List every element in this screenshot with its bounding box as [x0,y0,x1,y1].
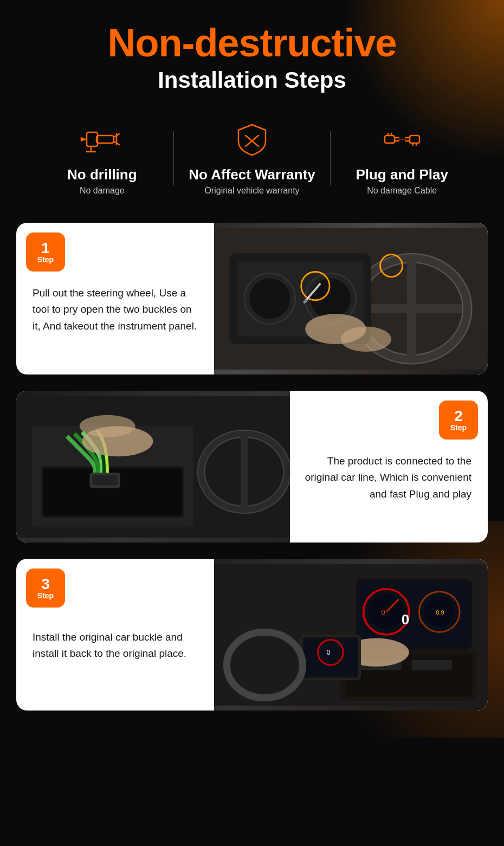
step-text-3: Install the original car buckle and inst… [33,629,201,662]
feature-no-drilling: No drilling No damage [27,120,177,196]
step-badge-1: 1 Step [26,233,65,272]
sub-title: Installation Steps [16,67,488,93]
svg-marker-8 [81,138,85,141]
feature-desc-drilling: No damage [33,186,172,196]
feature-plug: Plug and Play No damage Cable [327,120,477,196]
svg-text:0: 0 [327,649,331,657]
svg-text:0: 0 [402,612,410,628]
svg-rect-68 [305,639,357,676]
step-image-placeholder-2 [16,391,290,543]
plug-icon [380,120,424,158]
step-label-1: Step [37,256,54,263]
feature-desc-plug: No damage Cable [332,186,471,196]
step-image-3: 0 0.9 0 [214,559,488,711]
step-text-2: The product is connected to the original… [303,453,471,502]
step-number-2: 2 [454,409,463,424]
step-image-1 [214,223,488,374]
step-badge-2: 2 Step [439,401,478,440]
step-image-2 [16,391,290,543]
warranty-icon [230,120,274,158]
step-badge-3: 3 Step [26,569,65,608]
main-title: Non-destructive [16,22,488,64]
step-label-3: Step [37,592,54,599]
step-image-placeholder-1 [214,223,488,374]
step-card-1: 1 Step Pull out the steering wheel, Use … [16,223,488,374]
feature-title-drilling: No drilling [33,166,172,183]
step-number-3: 3 [41,577,50,592]
feature-title-warranty: No Affect Warranty [183,166,322,183]
feature-desc-warranty: Original vehicle warranty [183,186,322,196]
feature-title-plug: Plug and Play [332,166,471,183]
step-label-2: Step [450,424,467,431]
svg-rect-44 [92,475,118,486]
svg-point-32 [311,279,351,319]
step-text-1: Pull out the steering wheel, Use a tool … [33,285,201,334]
feature-warranty: No Affect Warranty Original vehicle warr… [177,120,327,196]
svg-point-30 [250,279,290,319]
svg-point-38 [341,327,391,352]
features-row: No drilling No damage No Affect Warranty… [16,120,488,196]
page-container: Non-destructive Installation Steps [0,0,504,759]
svg-text:0: 0 [382,608,385,616]
svg-text:0.9: 0.9 [436,609,445,616]
svg-point-49 [80,415,135,437]
svg-rect-0 [96,135,114,143]
header: Non-destructive Installation Steps [16,22,488,93]
svg-rect-11 [385,135,395,143]
step-number-1: 1 [41,241,50,256]
svg-rect-14 [410,135,419,143]
step-card-2: 2 Step The product is connected to the o… [16,391,488,543]
step-card-3: 3 Step Install the original car buckle a… [16,559,488,711]
drill-icon [80,120,124,158]
step-image-placeholder-3: 0 0.9 0 [214,559,488,711]
svg-rect-64 [412,660,453,670]
